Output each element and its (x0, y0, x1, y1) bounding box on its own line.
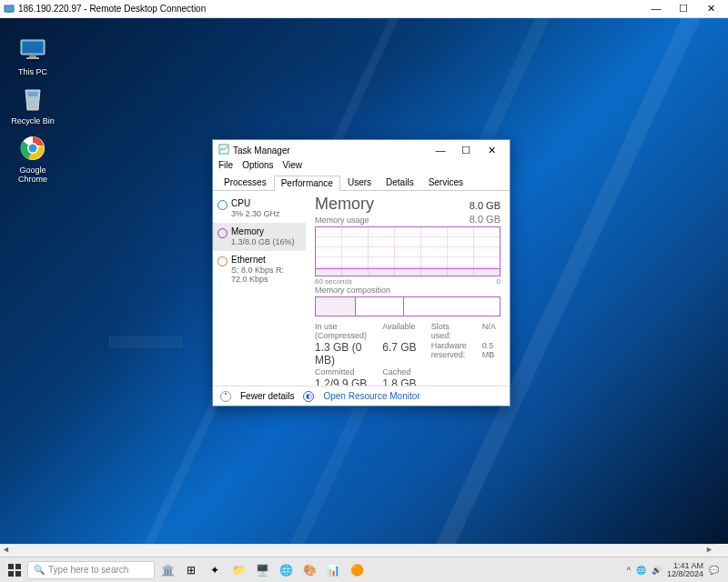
taskbar-icon-chrome[interactable]: 🌐 (275, 560, 297, 580)
task-manager-icon (218, 144, 229, 156)
tab-details[interactable]: Details (379, 175, 421, 190)
taskbar-icon-xampp[interactable]: 🟠 (346, 560, 368, 580)
rdc-minimize-button[interactable]: — (642, 3, 670, 15)
tray-network-icon[interactable]: 🌐 (636, 566, 646, 575)
desktop-icon-label: Recycle Bin (11, 116, 55, 125)
sidebar-cpu-label: CPU (231, 198, 300, 209)
rdc-maximize-button[interactable]: ☐ (670, 3, 697, 15)
tm-close-button[interactable]: ✕ (479, 145, 504, 156)
fewer-details-link[interactable]: Fewer details (240, 391, 294, 401)
slots-value: N/A (482, 322, 500, 340)
taskbar-icon-taskview[interactable]: ⊞ (180, 560, 202, 580)
performance-sidebar: CPU 3% 2.30 GHz Memory 1.3/8.0 GB (16%) … (213, 191, 306, 386)
taskbar-icon-news[interactable]: 🏛️ (157, 560, 178, 580)
desktop-icon-chrome[interactable]: Google Chrome (5, 133, 60, 184)
menu-view[interactable]: View (283, 160, 303, 175)
sidebar-eth-label: Ethernet (231, 255, 300, 266)
taskbar-search[interactable]: 🔍 Type here to search (27, 561, 155, 579)
sidebar-item-cpu[interactable]: CPU 3% 2.30 GHz (213, 195, 306, 223)
taskbar-icon-paint[interactable]: 🎨 (298, 560, 320, 580)
taskbar-icon-rdc[interactable]: 🖥️ (251, 560, 273, 580)
horizontal-scrollbar[interactable] (0, 544, 715, 557)
task-manager-window: Task Manager — ☐ ✕ File Options View Pro… (212, 139, 511, 406)
svg-rect-4 (29, 55, 36, 57)
svg-rect-5 (26, 57, 39, 59)
host-taskbar: 🔍 Type here to search 🏛️ ⊞ ✦ 📁 🖥️ 🌐 🎨 📊 … (0, 557, 728, 582)
rdc-icon (4, 4, 15, 15)
tab-performance[interactable]: Performance (274, 176, 340, 191)
sidebar-item-ethernet[interactable]: Ethernet S: 8.0 Kbps R: 72.0 Kbps (213, 251, 306, 289)
task-manager-footer: ˄ Fewer details ◐ Open Resource Monitor (213, 386, 510, 406)
tab-processes[interactable]: Processes (217, 175, 274, 190)
task-manager-tabs: Processes Performance Users Details Serv… (213, 175, 510, 191)
committed-label: Committed (315, 367, 371, 376)
hw-value: 0.5 MB (482, 341, 500, 366)
tray-volume-icon[interactable]: 🔊 (652, 566, 662, 575)
usage-max: 8.0 GB (470, 214, 500, 225)
perf-heading: Memory (315, 195, 374, 214)
sidebar-mem-sub: 1.3/8.0 GB (16%) (231, 237, 300, 247)
desktop-icon-label: Google Chrome (18, 166, 47, 184)
taskbar-clock[interactable]: 1:41 AM 12/8/2024 (667, 562, 703, 578)
sidebar-cpu-sub: 3% 2.30 GHz (231, 209, 300, 219)
performance-main: Memory 8.0 GB Memory usage8.0 GB 60 seco… (306, 191, 510, 386)
svg-rect-10 (8, 564, 14, 569)
memory-composition-bar (315, 296, 500, 316)
clock-date: 12/8/2024 (667, 570, 703, 578)
perf-total: 8.0 GB (470, 200, 500, 211)
hw-label: Hardware reserved: (431, 341, 471, 366)
desktop-icon-label: This PC (18, 67, 47, 76)
menu-file[interactable]: File (218, 160, 233, 175)
svg-rect-1 (7, 12, 11, 13)
menu-options[interactable]: Options (242, 160, 273, 175)
rdc-titlebar: 186.190.220.97 - Remote Desktop Connecti… (0, 0, 728, 18)
svg-rect-11 (15, 564, 21, 569)
sidebar-mem-label: Memory (231, 226, 300, 237)
system-tray: ^ 🌐 🔊 1:41 AM 12/8/2024 💬 (627, 562, 724, 578)
desktop-icon-recycle-bin[interactable]: Recycle Bin (5, 84, 60, 125)
open-resource-monitor-link[interactable]: Open Resource Monitor (323, 391, 420, 401)
sidebar-item-memory[interactable]: Memory 1.3/8.0 GB (16%) (213, 223, 306, 251)
committed-value: 1.2/9.9 GB (315, 377, 371, 386)
task-manager-titlebar[interactable]: Task Manager — ☐ ✕ (213, 140, 510, 160)
rdc-title-text: 186.190.220.97 - Remote Desktop Connecti… (18, 4, 206, 14)
axis-left: 60 seconds (315, 277, 352, 286)
axis-right: 0 (497, 277, 500, 286)
composition-label: Memory composition (315, 286, 500, 295)
start-button[interactable] (4, 560, 25, 580)
chrome-icon (17, 133, 48, 164)
tab-services[interactable]: Services (421, 175, 470, 190)
available-label: Available (382, 322, 420, 340)
slots-label: Slots used: (431, 322, 471, 340)
rdc-close-button[interactable]: ✕ (697, 3, 724, 15)
usage-label: Memory usage (315, 216, 369, 225)
in-use-label: In use (Compressed) (315, 322, 371, 340)
svg-rect-0 (5, 5, 14, 12)
scrollbar-corner (715, 544, 728, 557)
cached-label: Cached (382, 367, 420, 376)
taskbar-icon-copilot[interactable]: ✦ (204, 560, 226, 580)
available-value: 6.7 GB (382, 341, 420, 366)
taskbar-icon-explorer[interactable]: 📁 (228, 560, 249, 580)
tray-chevron-icon[interactable]: ^ (627, 566, 631, 575)
this-pc-icon (17, 35, 48, 65)
svg-rect-12 (8, 571, 14, 577)
taskbar-icon-app1[interactable]: 📊 (322, 560, 344, 580)
svg-rect-9 (219, 145, 228, 154)
svg-rect-13 (15, 571, 21, 577)
tm-maximize-button[interactable]: ☐ (453, 145, 479, 156)
watermark (109, 336, 182, 347)
tm-minimize-button[interactable]: — (428, 145, 453, 156)
task-manager-title: Task Manager (233, 146, 290, 156)
chevron-up-icon[interactable]: ˄ (220, 391, 231, 402)
memory-usage-graph (315, 226, 500, 276)
notifications-icon[interactable]: 💬 (709, 566, 719, 575)
in-use-value: 1.3 GB (0 MB) (315, 341, 371, 366)
tab-users[interactable]: Users (340, 175, 379, 190)
desktop-icon-this-pc[interactable]: This PC (5, 35, 60, 76)
search-placeholder: Type here to search (48, 565, 128, 575)
svg-point-8 (29, 145, 37, 153)
search-icon: 🔍 (34, 565, 45, 575)
resource-monitor-icon: ◐ (303, 391, 314, 402)
task-manager-menubar: File Options View (213, 160, 510, 175)
